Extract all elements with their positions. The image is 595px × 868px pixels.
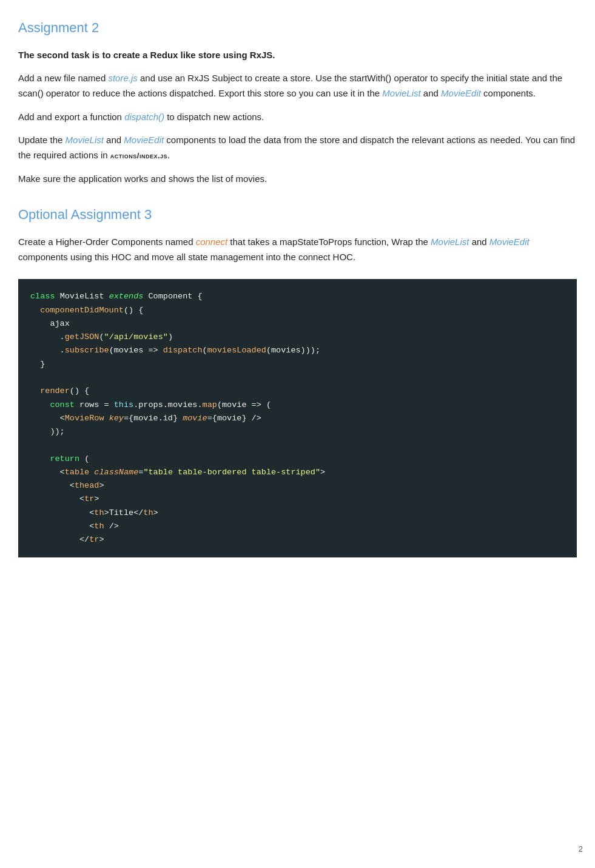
op1-and: and bbox=[469, 237, 489, 247]
code-block: class MovieList extends Component { comp… bbox=[18, 279, 577, 557]
p2-pre: Add and export a function bbox=[18, 112, 124, 122]
connect-link[interactable]: connect bbox=[196, 237, 228, 247]
movielist-link1[interactable]: MovieList bbox=[382, 88, 420, 98]
assignment2-paragraph1: Add a new file named store.js and use an… bbox=[18, 71, 577, 101]
optional3-paragraph1: Create a Higher-Order Components named c… bbox=[18, 235, 577, 265]
op1-post: that takes a mapStateToProps function, W… bbox=[227, 237, 431, 247]
p3-and: and bbox=[104, 135, 124, 145]
store-js-link[interactable]: store.js bbox=[108, 73, 137, 83]
p2-post: to dispatch new actions. bbox=[164, 112, 264, 122]
movieedit-link1[interactable]: MovieEdit bbox=[441, 88, 481, 98]
p3-pre: Update the bbox=[18, 135, 66, 145]
movielist-link2[interactable]: MovieList bbox=[66, 135, 104, 145]
actions-index-link: actions/index.js bbox=[110, 151, 167, 160]
dispatch-link[interactable]: dispatch() bbox=[124, 112, 164, 122]
p1-pre: Add a new file named bbox=[18, 73, 108, 83]
movieedit-link3[interactable]: MovieEdit bbox=[489, 237, 529, 247]
assignment2-title: Assignment 2 bbox=[18, 17, 577, 38]
p1-and: and bbox=[421, 88, 441, 98]
optional3-title: Optional Assignment 3 bbox=[18, 204, 577, 225]
p1-end: components. bbox=[481, 88, 536, 98]
op1-pre: Create a Higher-Order Components named bbox=[18, 237, 196, 247]
op1-end: components using this HOC and move all s… bbox=[18, 252, 355, 262]
assignment2-paragraph3: Update the MovieList and MovieEdit compo… bbox=[18, 133, 577, 163]
movieedit-link2[interactable]: MovieEdit bbox=[124, 135, 164, 145]
p3-end: . bbox=[167, 150, 170, 160]
movielist-link3[interactable]: MovieList bbox=[431, 237, 469, 247]
assignment2-paragraph2: Add and export a function dispatch() to … bbox=[18, 110, 577, 125]
assignment2-bold-instruction: The second task is to create a Redux lik… bbox=[18, 48, 577, 62]
assignment2-paragraph4: Make sure the application works and show… bbox=[18, 172, 577, 187]
